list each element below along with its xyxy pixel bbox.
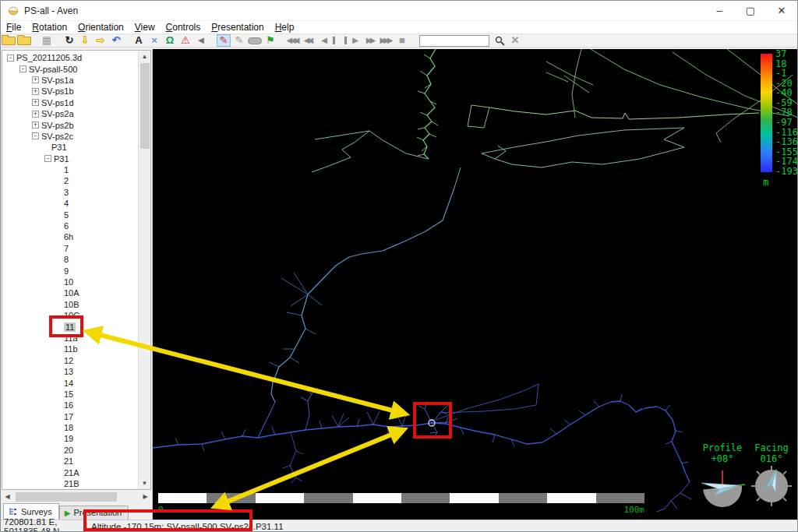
scroll-up-icon[interactable]: ▲ [139,51,150,62]
stop-icon[interactable]: ■ [395,34,409,47]
pause-icon[interactable] [333,37,347,44]
forward-fast-icon[interactable]: ▶▶▶ [380,34,394,47]
close-button[interactable]: ✕ [766,1,797,20]
tree-item[interactable]: 17 [2,411,138,422]
terrain-icon[interactable]: ⚑ [263,34,277,47]
station-names-icon[interactable]: A [132,34,146,47]
scroll-down-icon[interactable]: ▼ [139,477,150,489]
scale-bar-segment [158,493,207,503]
tree-item[interactable]: SV-ps1a [2,75,138,86]
rotation-icon[interactable]: ↻ [62,34,76,47]
fixed-points-icon[interactable]: ⚠ [178,34,192,47]
tree-item[interactable]: 9 [2,265,138,276]
tree-item[interactable]: 2 [2,175,138,186]
open-terrain-icon[interactable] [17,37,31,45]
compass-dial[interactable] [749,464,794,508]
underground-legs-icon[interactable]: ✎ [217,34,231,47]
tree-item[interactable]: P31 [2,153,138,164]
forward-icon[interactable]: ▶▶ [364,34,378,47]
tree-item[interactable]: 3 [2,187,138,198]
restore-view-icon[interactable]: ↶ [109,34,123,47]
exported-points-icon[interactable]: ◄ [194,34,208,47]
tree-item[interactable]: 8 [2,254,138,265]
tree-item[interactable]: 10C [2,310,138,321]
tree-expander-icon[interactable] [32,88,39,95]
menu-item[interactable]: Presentation [206,22,269,33]
tree-item[interactable]: 21 [2,456,138,467]
scale-bar-segment [256,493,304,503]
tree-item[interactable]: 6 [2,220,138,231]
tree-item[interactable]: 11a [2,333,138,344]
tree-item[interactable]: 20 [2,445,138,456]
menu-item[interactable]: Controls [161,22,207,33]
minimize-button[interactable]: – [704,1,735,20]
tree-vertical-scrollbar[interactable]: ▲ ▼ [138,51,150,489]
plan-view-icon[interactable]: ⇩ [78,34,92,47]
tree-item[interactable]: 5 [2,209,138,220]
scroll-right-icon[interactable]: ▶ [139,491,151,503]
search-input[interactable] [419,35,489,47]
tree-item[interactable]: 10B [2,299,138,310]
tree-expander-icon[interactable] [44,155,51,162]
elevation-view-icon[interactable]: ⇨ [94,34,108,47]
print-icon[interactable]: ▦ [40,34,54,47]
crosses-icon[interactable]: × [147,34,161,47]
cave-view-canvas[interactable]: 37 18 -1 -20 -40 -59 -78 -97 -116 [153,49,798,520]
tree-item[interactable]: 10A [2,287,138,298]
tree-item[interactable]: 12 [2,355,138,366]
tree-expander-icon[interactable] [32,122,39,129]
tree-item[interactable]: 10 [2,277,138,287]
tree-item[interactable]: SV-ps1d [2,97,138,108]
menu-item[interactable]: Help [270,22,300,33]
open-file-icon[interactable] [2,37,16,45]
tree-item[interactable]: 16 [2,400,138,410]
tree-item[interactable]: 1 [2,164,138,175]
title-bar: PS-all - Aven – ▢ ✕ [1,1,797,21]
tree-item[interactable]: 14 [2,377,138,388]
tubes-icon[interactable] [248,37,262,44]
reverse-fast-icon[interactable]: ◀◀◀ [286,34,300,47]
tree-expander-icon[interactable] [32,132,39,139]
play-icon[interactable]: ▶ [348,34,362,47]
clino-dial[interactable] [698,464,747,508]
tree-item[interactable]: SV-ps2b [2,119,138,130]
tree-item[interactable]: P31 [2,142,138,153]
tree-item[interactable]: SV-psall-500 [2,63,138,74]
tree-item[interactable]: 7 [2,243,138,254]
menu-item[interactable]: View [129,22,161,33]
tree-item[interactable]: 19 [2,433,138,444]
tree-item[interactable]: 21A [2,467,138,477]
surface-legs-icon[interactable]: ✎ [232,34,246,47]
tree-item[interactable]: SV-ps2c [2,131,138,142]
tree-expander-icon[interactable] [32,76,39,83]
tree-item[interactable]: 6h [2,231,138,242]
horizontal-scroll-thumb[interactable] [16,492,117,502]
tree-expander-icon[interactable] [32,111,39,118]
search-icon[interactable] [493,34,507,47]
tree-item[interactable]: 15 [2,389,138,400]
search-clear-icon[interactable]: ✕ [508,34,522,47]
tree-expander-icon[interactable] [32,99,39,106]
maximize-button[interactable]: ▢ [735,1,766,20]
tree-item[interactable]: 18 [2,422,138,433]
entrances-icon[interactable]: Ω [163,34,177,47]
tree-item[interactable]: PS_20211205.3d [2,52,138,63]
tree-horizontal-scrollbar[interactable]: ◀ ▶ [2,491,151,503]
tree-item[interactable]: 11b [2,344,138,354]
menu-item[interactable]: Rotation [26,22,72,33]
step-back-icon[interactable]: ◀ [317,34,331,47]
tree-item[interactable]: SV-ps1b [2,86,138,97]
menu-item[interactable]: File [1,22,26,33]
reverse-icon[interactable]: ◀◀ [302,34,316,47]
tree-expander-icon[interactable] [7,55,14,62]
scroll-left-icon[interactable]: ◀ [2,491,13,503]
tree-item[interactable]: 11 [2,321,138,332]
tree-item[interactable]: 21B [2,478,138,489]
tree-expander-icon[interactable] [19,65,26,72]
scale-bar-segment [304,493,352,503]
tree-item[interactable]: 13 [2,366,138,377]
vertical-scroll-thumb[interactable] [140,63,150,149]
tree-item[interactable]: 4 [2,198,138,209]
tree-item[interactable]: SV-ps2a [2,108,138,119]
menu-item[interactable]: Orientation [72,22,129,33]
